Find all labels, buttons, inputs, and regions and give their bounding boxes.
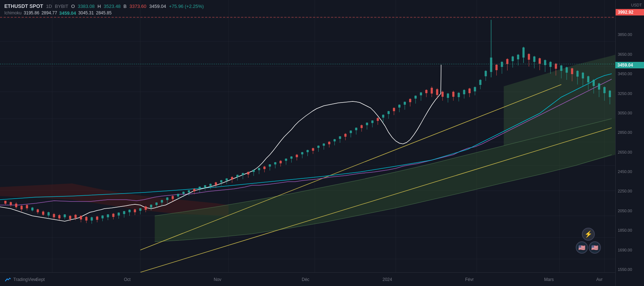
- interval-label: 1D: [46, 3, 52, 10]
- svg-rect-68: [118, 213, 120, 215]
- svg-rect-44: [53, 214, 55, 217]
- red-price-label: 3992.92: [616, 9, 644, 15]
- svg-rect-64: [107, 214, 109, 217]
- svg-rect-160: [366, 123, 368, 125]
- ohlc-line: ETHUSDT SPOT 1D BYBIT O 3383.08 H 3523.4…: [4, 3, 204, 10]
- ich-val-1: 3195.86: [24, 10, 39, 16]
- svg-rect-144: [323, 144, 325, 146]
- svg-rect-80: [150, 205, 152, 208]
- svg-rect-156: [355, 128, 357, 130]
- svg-rect-202: [479, 80, 481, 85]
- svg-rect-186: [436, 89, 438, 95]
- svg-rect-100: [204, 185, 206, 187]
- svg-rect-198: [468, 88, 471, 93]
- svg-rect-248: [603, 87, 606, 93]
- svg-rect-192: [452, 92, 454, 97]
- tv-logo-text: TradingView: [13, 277, 37, 282]
- svg-rect-34: [26, 205, 28, 208]
- price-2250: 2250.00: [616, 189, 644, 193]
- svg-rect-138: [306, 150, 309, 152]
- svg-rect-124: [269, 164, 271, 167]
- svg-rect-82: [156, 203, 158, 205]
- svg-rect-222: [533, 56, 536, 62]
- svg-rect-32: [20, 206, 23, 209]
- svg-rect-26: [4, 201, 6, 204]
- svg-rect-112: [236, 175, 238, 177]
- price-1550: 1550.00: [616, 267, 644, 272]
- svg-rect-116: [247, 172, 249, 174]
- svg-rect-214: [511, 56, 514, 61]
- svg-rect-224: [539, 58, 541, 64]
- svg-rect-146: [328, 142, 330, 144]
- svg-rect-142: [318, 146, 320, 148]
- svg-rect-62: [101, 215, 103, 218]
- price-2850: 2850.00: [616, 130, 644, 135]
- time-nov: Nov: [214, 277, 221, 282]
- svg-rect-90: [177, 194, 179, 196]
- svg-rect-54: [80, 216, 82, 219]
- svg-rect-84: [161, 200, 163, 203]
- svg-rect-46: [58, 215, 60, 218]
- svg-rect-154: [350, 131, 352, 133]
- svg-rect-128: [279, 161, 282, 163]
- badge-flag-2: 🇺🇸: [589, 241, 601, 254]
- price-3050: 3050.00: [616, 111, 644, 115]
- time-mars: Mars: [544, 277, 554, 282]
- svg-rect-76: [139, 208, 142, 211]
- svg-rect-178: [414, 96, 417, 99]
- time-2024: 2024: [383, 277, 392, 282]
- close-value: 3459.04: [149, 3, 166, 10]
- svg-rect-136: [301, 152, 303, 154]
- ich-val-5: 2845.85: [96, 10, 111, 16]
- svg-rect-74: [134, 209, 136, 212]
- svg-rect-134: [296, 155, 298, 157]
- svg-rect-176: [409, 99, 411, 102]
- svg-rect-238: [576, 71, 579, 77]
- svg-rect-206: [490, 58, 492, 72]
- svg-rect-232: [560, 65, 562, 71]
- svg-rect-220: [528, 54, 530, 60]
- svg-rect-122: [263, 167, 265, 169]
- svg-rect-86: [166, 198, 168, 200]
- currency-label: USDT: [631, 3, 642, 7]
- svg-rect-56: [85, 217, 87, 221]
- badge-flags: 🇺🇸 🇺🇸: [576, 241, 601, 254]
- svg-rect-36: [31, 208, 33, 210]
- svg-rect-234: [566, 67, 568, 73]
- svg-rect-130: [285, 159, 287, 161]
- svg-rect-246: [598, 83, 600, 90]
- svg-rect-96: [193, 189, 195, 191]
- svg-rect-244: [593, 80, 595, 86]
- svg-rect-106: [220, 180, 222, 182]
- symbol-label: ETHUSDT SPOT: [4, 3, 43, 10]
- svg-rect-212: [506, 59, 508, 64]
- svg-rect-78: [145, 206, 147, 210]
- svg-rect-30: [15, 204, 17, 207]
- svg-rect-102: [209, 184, 212, 186]
- svg-rect-58: [91, 217, 93, 221]
- svg-rect-152: [344, 134, 347, 137]
- svg-rect-242: [587, 76, 589, 82]
- badge-flag-1: 🇺🇸: [576, 241, 588, 254]
- svg-rect-38: [37, 209, 39, 212]
- svg-rect-210: [501, 62, 503, 67]
- chart-container: ETHUSDT SPOT 1D BYBIT O 3383.08 H 3523.4…: [0, 0, 644, 286]
- price-2450: 2450.00: [616, 169, 644, 174]
- svg-rect-196: [463, 90, 465, 94]
- low-value: 3373.60: [130, 3, 147, 10]
- svg-rect-40: [42, 212, 44, 215]
- svg-rect-150: [339, 136, 341, 139]
- low-label: B: [124, 3, 127, 10]
- svg-rect-216: [517, 55, 519, 59]
- svg-rect-148: [334, 139, 336, 141]
- svg-rect-162: [371, 121, 374, 123]
- svg-line-24: [140, 128, 612, 272]
- svg-rect-164: [377, 118, 379, 121]
- svg-rect-172: [398, 105, 400, 108]
- svg-rect-174: [404, 102, 406, 105]
- svg-rect-194: [458, 93, 460, 97]
- svg-rect-184: [431, 88, 433, 94]
- high-value: 3523.48: [104, 3, 121, 10]
- badge-lightning: ⚡: [582, 228, 595, 241]
- price-axis: 3992.92 3850.00 3650.00 3450.00 3250.00 …: [615, 0, 644, 286]
